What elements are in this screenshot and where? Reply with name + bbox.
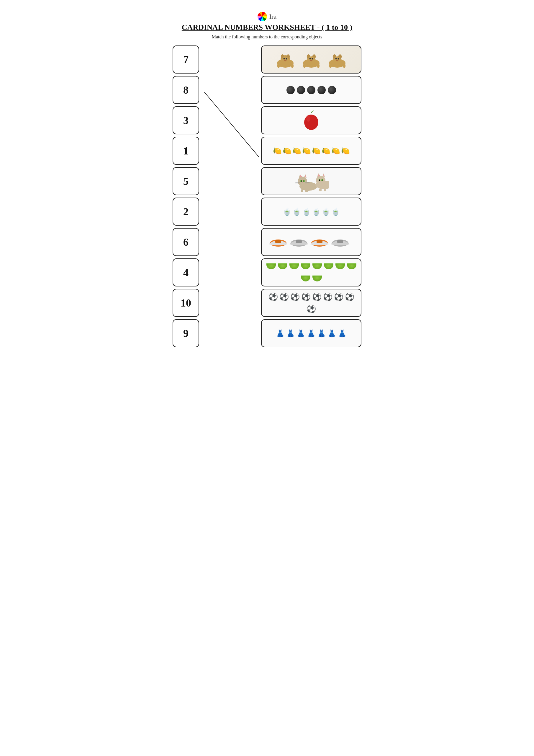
- bowl-1: [267, 263, 276, 269]
- bowls-container: [265, 261, 358, 284]
- object-box-dresses: 👗 👗 👗 👗 👗 👗 👗: [261, 319, 361, 347]
- svg-point-14: [308, 56, 315, 63]
- svg-point-6: [283, 58, 285, 60]
- cup-5: 🍵: [321, 208, 330, 216]
- cup-4: 🍵: [312, 208, 321, 216]
- number-box-7[interactable]: 7: [173, 45, 199, 73]
- lemon-6: 🍋: [321, 147, 330, 155]
- svg-rect-63: [275, 240, 281, 243]
- number-box-8[interactable]: 8: [173, 76, 199, 104]
- cup-6: 🍵: [331, 208, 340, 216]
- soccer-1: ⚽: [268, 292, 278, 302]
- dress-1: 👗: [276, 329, 285, 338]
- object-box-lemons: 🍋 🍋 🍋 🍋 🍋 🍋 🍋 🍋: [261, 137, 361, 165]
- soccer-4: ⚽: [301, 292, 311, 302]
- logo-icon: [258, 12, 267, 21]
- bowl-7: [336, 263, 345, 269]
- worksheet-page: Ira CARDINAL NUMBERS WORKSHEET - ( 1 to …: [164, 6, 370, 356]
- svg-point-16: [312, 58, 313, 60]
- object-box-caps: [261, 228, 361, 256]
- lemon-2: 🍋: [283, 147, 292, 155]
- svg-point-23: [334, 56, 341, 63]
- number-box-3[interactable]: 3: [173, 106, 199, 134]
- ball-3: [307, 86, 316, 94]
- dress-4: 👗: [307, 329, 316, 338]
- cups-container: 🍵 🍵 🍵 🍵 🍵 🍵: [265, 200, 358, 223]
- ball-5: [328, 86, 336, 94]
- number-box-10[interactable]: 10: [173, 289, 199, 317]
- number-box-1[interactable]: 1: [173, 137, 199, 165]
- dress-3: 👗: [296, 329, 305, 338]
- svg-rect-47: [301, 189, 303, 192]
- objects-column: 🍋 🍋 🍋 🍋 🍋 🍋 🍋 🍋: [261, 45, 361, 347]
- soccer-8: ⚽: [345, 292, 354, 302]
- caps-container: [265, 230, 358, 254]
- number-box-9[interactable]: 9: [173, 319, 199, 347]
- number-box-4[interactable]: 4: [173, 258, 199, 286]
- logo-area: Ira: [173, 12, 361, 21]
- soccer-9: ⚽: [307, 305, 316, 313]
- worksheet-area: 7 8 3 1 5 2 6 4 10 9: [173, 45, 361, 347]
- bowl-5: [313, 263, 322, 269]
- black-balls-container: [265, 78, 358, 102]
- numbers-column: 7 8 3 1 5 2 6 4 10 9: [173, 45, 202, 347]
- object-box-apple: [261, 106, 361, 134]
- svg-point-41: [304, 180, 304, 182]
- bowl-2: [278, 263, 287, 269]
- svg-line-0: [204, 92, 259, 157]
- ball-2: [297, 86, 305, 94]
- bowl-6: [324, 263, 333, 269]
- ball-4: [318, 86, 326, 94]
- main-title: CARDINAL NUMBERS WORKSHEET - ( 1 to 10 ): [173, 23, 361, 32]
- lemon-5: 🍋: [312, 147, 321, 155]
- svg-point-25: [338, 58, 339, 60]
- connection-lines: [202, 45, 261, 347]
- bowl-4: [301, 263, 310, 269]
- dog-2: [299, 50, 324, 69]
- svg-point-31: [306, 116, 310, 122]
- dogs-container: [265, 48, 358, 71]
- dog-1: [273, 50, 298, 69]
- soccer-2: ⚽: [279, 292, 289, 302]
- subtitle: Match the following numbers to the corre…: [173, 34, 361, 40]
- bowl-8: [347, 263, 356, 269]
- middle-area: [202, 45, 261, 347]
- cup-3: 🍵: [302, 208, 311, 216]
- bowl-10: [313, 276, 322, 282]
- svg-point-8: [284, 60, 287, 62]
- soccer-5: ⚽: [312, 292, 321, 302]
- logo-text: Ira: [269, 13, 276, 20]
- apple-container: [302, 110, 321, 131]
- number-box-2[interactable]: 2: [173, 198, 199, 226]
- number-box-5[interactable]: 5: [173, 167, 199, 195]
- svg-rect-61: [324, 188, 326, 191]
- apple-svg: [302, 110, 321, 131]
- object-box-black-balls: [261, 76, 361, 104]
- svg-point-15: [309, 58, 311, 60]
- bowl-9: [301, 276, 310, 282]
- svg-point-40: [301, 180, 301, 182]
- dresses-container: 👗 👗 👗 👗 👗 👗 👗: [265, 322, 358, 345]
- object-box-cups: 🍵 🍵 🍵 🍵 🍵 🍵: [261, 198, 361, 226]
- object-box-cats: [261, 167, 361, 195]
- lemon-8: 🍋: [341, 147, 350, 155]
- lemon-7: 🍋: [331, 147, 340, 155]
- svg-rect-48: [305, 189, 308, 192]
- object-box-bowls: [261, 258, 361, 286]
- dress-6: 👗: [327, 329, 336, 338]
- svg-point-57: [322, 179, 322, 181]
- number-box-6[interactable]: 6: [173, 228, 199, 256]
- dress-5: 👗: [317, 329, 326, 338]
- object-box-dogs: [261, 45, 361, 73]
- lemon-3: 🍋: [292, 147, 301, 155]
- soccer-3: ⚽: [290, 292, 300, 302]
- dress-7: 👗: [338, 329, 347, 338]
- lemon-1: 🍋: [273, 147, 282, 155]
- svg-rect-67: [317, 240, 322, 243]
- svg-rect-65: [296, 240, 302, 243]
- cat-1: [293, 170, 329, 192]
- lemons-container: 🍋 🍋 🍋 🍋 🍋 🍋 🍋 🍋: [265, 139, 358, 162]
- svg-point-7: [286, 58, 287, 60]
- svg-point-17: [310, 60, 313, 62]
- cup-1: 🍵: [283, 208, 292, 216]
